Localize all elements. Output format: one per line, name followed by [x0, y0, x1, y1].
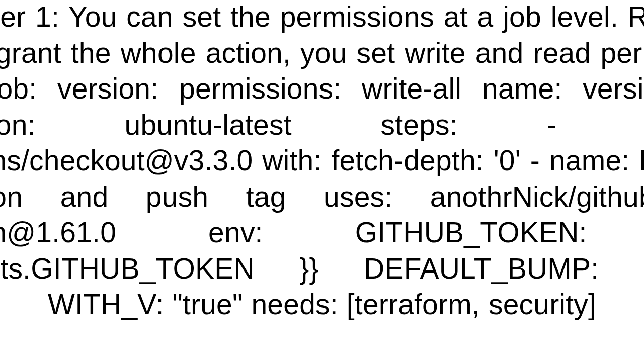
answer-body-text: Answer 1: You can set the permissions at…	[0, 0, 644, 323]
